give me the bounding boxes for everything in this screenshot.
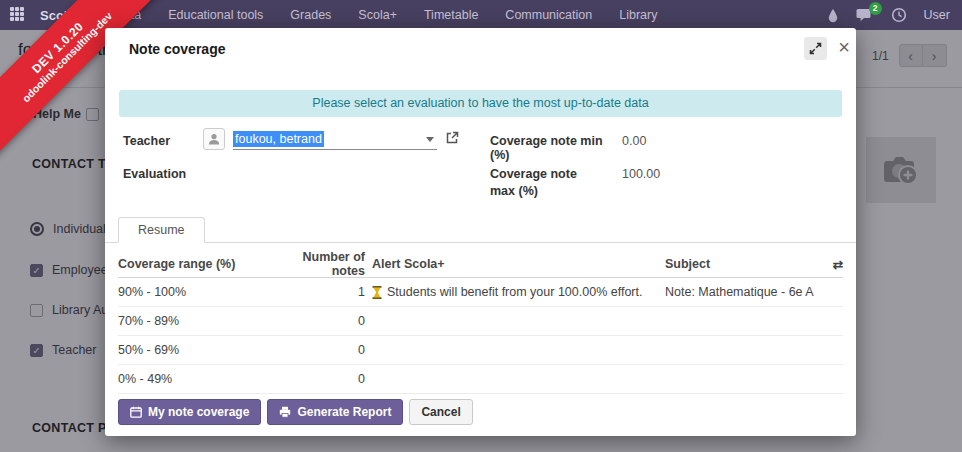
coverage-table: Coverage range (%) Number of notes Alert… <box>118 250 843 394</box>
optional-columns-icon[interactable]: ⇄ <box>827 257 843 272</box>
main-menu: My data Educational tools Grades Scola+ … <box>97 8 658 22</box>
col-subject[interactable]: Subject <box>665 257 827 271</box>
teacher-input[interactable]: foukou, betrand <box>233 128 437 150</box>
close-dialog-button[interactable]: × <box>832 33 856 61</box>
generate-report-button[interactable]: Generate Report <box>267 399 403 425</box>
user-menu[interactable]: User <box>924 8 950 22</box>
cell-notes: 1 <box>283 285 365 299</box>
col-alert-scola[interactable]: Alert Scola+ <box>372 257 665 271</box>
cell-range: 90% - 100% <box>118 285 283 299</box>
menu-library[interactable]: Library <box>619 8 657 22</box>
col-coverage-range[interactable]: Coverage range (%) <box>118 257 283 271</box>
cell-range: 0% - 49% <box>118 372 283 386</box>
external-link-icon <box>445 131 459 145</box>
coverage-min-label: Coverage note min (%) <box>490 134 625 162</box>
cell-notes: 0 <box>283 314 365 328</box>
table-row[interactable]: 70% - 89% 0 <box>118 307 843 336</box>
activities-clock-icon[interactable] <box>891 7 907 23</box>
table-row[interactable]: 0% - 49% 0 <box>118 365 843 394</box>
cell-notes: 0 <box>283 343 365 357</box>
menu-educational-tools[interactable]: Educational tools <box>168 8 263 22</box>
expand-arrows-icon <box>809 42 822 55</box>
info-alert: Please select an evaluation to have the … <box>119 90 842 117</box>
coverage-min-value[interactable]: 0.00 <box>622 134 646 148</box>
note-coverage-dialog: Note coverage × Please select an evaluat… <box>105 28 856 436</box>
teacher-avatar <box>203 128 225 150</box>
coverage-max-label: Coverage note max (%) <box>490 166 600 200</box>
menu-communication[interactable]: Communication <box>505 8 592 22</box>
dropdown-caret-icon[interactable] <box>426 137 434 142</box>
cell-range: 50% - 69% <box>118 343 283 357</box>
table-header-row: Coverage range (%) Number of notes Alert… <box>118 250 843 278</box>
cell-alert-text: Students will benefit from your 100.00% … <box>387 285 642 299</box>
notebook-tabs: Resume <box>105 216 856 243</box>
evaluation-field-label: Evaluation <box>123 167 186 181</box>
open-record-link[interactable] <box>445 131 459 148</box>
apps-grid-icon[interactable] <box>10 7 26 23</box>
messages-icon[interactable]: 2 <box>856 8 874 23</box>
table-row[interactable]: 90% - 100% 1 Students will benefit from … <box>118 278 843 307</box>
dialog-footer: My note coverage Generate Report Cancel <box>118 399 473 425</box>
person-icon <box>207 132 221 146</box>
coverage-max-value[interactable]: 100.00 <box>622 167 660 181</box>
menu-scola-plus[interactable]: Scola+ <box>358 8 397 22</box>
hourglass-icon <box>372 286 382 299</box>
tab-resume[interactable]: Resume <box>118 217 205 243</box>
my-note-coverage-label: My note coverage <box>148 405 249 419</box>
menu-grades[interactable]: Grades <box>290 8 331 22</box>
close-icon: × <box>838 36 850 59</box>
printer-icon <box>279 406 291 418</box>
teacher-selected-text: foukou, betrand <box>233 131 324 147</box>
generate-report-label: Generate Report <box>297 405 391 419</box>
menu-timetable[interactable]: Timetable <box>424 8 478 22</box>
expand-dialog-button[interactable] <box>804 37 827 60</box>
cancel-button[interactable]: Cancel <box>409 399 472 425</box>
notifications-drop-icon[interactable] <box>827 8 839 23</box>
table-row[interactable]: 50% - 69% 0 <box>118 336 843 365</box>
col-number-of-notes[interactable]: Number of notes <box>283 250 365 278</box>
cell-range: 70% - 89% <box>118 314 283 328</box>
messages-badge: 2 <box>869 2 882 15</box>
my-note-coverage-button[interactable]: My note coverage <box>118 399 261 425</box>
calendar-icon <box>130 406 142 418</box>
teacher-field-label: Teacher <box>123 134 170 148</box>
dialog-title: Note coverage <box>129 41 225 57</box>
cell-subject: Note: Mathematique - 6e A <box>665 285 827 299</box>
cancel-label: Cancel <box>421 405 460 419</box>
cell-notes: 0 <box>283 372 365 386</box>
